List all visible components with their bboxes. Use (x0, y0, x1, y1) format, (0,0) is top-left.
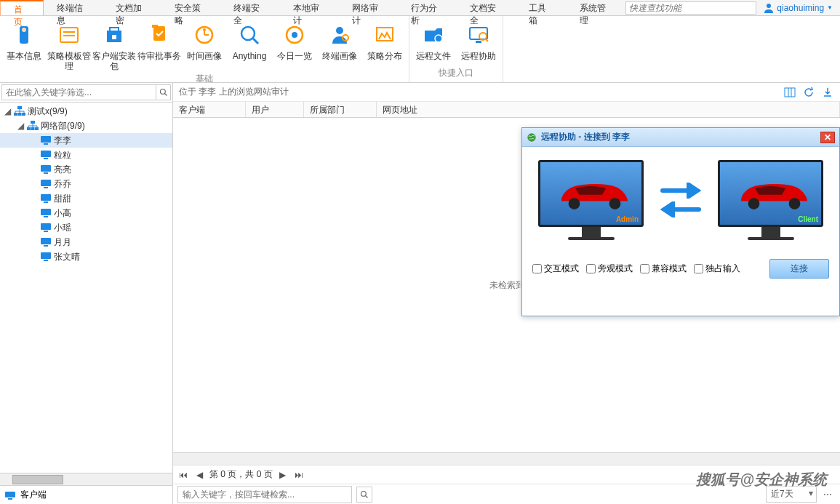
pc-icon (40, 237, 52, 247)
collapse-icon[interactable]: ◢ (16, 121, 25, 131)
mode-checkbox-3[interactable]: 独占输入 (694, 263, 740, 275)
svg-point-61 (527, 133, 535, 141)
pager-next[interactable]: ▶ (277, 469, 289, 481)
ribbon-今日一览[interactable]: 今日一览 (272, 19, 317, 71)
svg-rect-35 (35, 127, 39, 130)
svg-rect-29 (14, 113, 17, 116)
svg-rect-51 (44, 245, 48, 247)
monitor-icon (4, 491, 16, 500)
top-tab-1[interactable]: 终端信息 (44, 0, 103, 15)
tree-member[interactable]: 李李 (0, 133, 172, 148)
top-tab-10[interactable]: 系统管理 (567, 0, 625, 15)
pager-prev[interactable]: ◀ (193, 469, 205, 481)
table-header: 客户端 用户 所属部门 网页地址 (173, 102, 840, 118)
filter-search-button[interactable] (156, 84, 171, 100)
dropdown-expand[interactable]: ⋯ (820, 487, 836, 503)
svg-rect-56 (785, 88, 795, 97)
svg-point-59 (361, 491, 367, 496)
filter-input[interactable] (1, 84, 156, 100)
svg-point-2 (22, 28, 26, 32)
tree-member[interactable]: 小高 (0, 206, 172, 220)
top-tab-4[interactable]: 终端安全 (220, 0, 279, 15)
ribbon-icon (193, 23, 216, 47)
svg-rect-44 (41, 194, 51, 201)
svg-rect-37 (44, 143, 48, 145)
col-dept[interactable]: 所属部门 (304, 102, 377, 117)
tree-member[interactable]: 月月 (0, 235, 172, 249)
tree-member[interactable]: 粒粒 (0, 148, 172, 162)
mode-checkbox-0[interactable]: 交互模式 (532, 263, 579, 275)
keyword-search-button[interactable] (356, 487, 372, 503)
top-tab-2[interactable]: 文档加密 (103, 0, 161, 15)
top-tab-3[interactable]: 安全策略 (161, 0, 220, 15)
col-url[interactable]: 网页地址 (377, 102, 840, 117)
pc-icon (40, 252, 52, 262)
keyword-search-input[interactable] (177, 486, 352, 503)
mode-checkbox-2[interactable]: 兼容模式 (640, 263, 687, 275)
col-user[interactable]: 用户 (246, 102, 304, 117)
ribbon-客户端安装包[interactable]: 客户端安装包 (92, 19, 137, 71)
quick-search-input[interactable] (625, 1, 756, 15)
tree-member[interactable]: 小瑶 (0, 220, 172, 235)
pager-last[interactable]: ⏭ (293, 469, 305, 481)
tree-member[interactable]: 甜甜 (0, 191, 172, 206)
org-icon (14, 106, 25, 116)
export-button[interactable] (821, 86, 834, 99)
top-tab-8[interactable]: 文档安全 (457, 0, 516, 15)
mode-checkbox-1[interactable]: 旁观模式 (586, 263, 633, 275)
ribbon-icon (12, 23, 36, 47)
ribbon-时间画像[interactable]: 时间画像 (182, 19, 227, 71)
top-tab-5[interactable]: 本地审计 (280, 0, 339, 15)
search-icon (159, 88, 168, 97)
collapse-icon[interactable]: ◢ (3, 106, 12, 116)
top-tab-6[interactable]: 网络审计 (339, 0, 398, 15)
empty-message: 未检索到 (489, 279, 524, 292)
refresh-button[interactable] (802, 86, 815, 99)
ribbon-策略分布[interactable]: 策略分布 (362, 19, 407, 71)
breadcrumb-text: 位于 李李 上的浏览网站审计 (179, 86, 289, 98)
client-label: Client (798, 215, 818, 223)
ribbon-远程协助[interactable]: 远程协助 (456, 19, 501, 65)
tree-dept[interactable]: ◢网络部(9/9) (0, 119, 172, 133)
ribbon-终端画像[interactable]: 终端画像 (317, 19, 362, 71)
user-icon (764, 3, 774, 13)
columns-button[interactable] (783, 86, 796, 99)
ribbon-待审批事务[interactable]: 待审批事务 (137, 19, 182, 71)
svg-point-65 (789, 198, 801, 209)
tree-member[interactable]: 张文晴 (0, 249, 172, 264)
sidebar-filter (0, 83, 172, 103)
content-scrollbar[interactable] (173, 452, 840, 465)
dialog-title-text: 远程协助 - 连接到 李李 (541, 131, 630, 143)
dialog-close-button[interactable]: ✕ (820, 132, 835, 143)
tree-root[interactable]: ◢测试x(9/9) (0, 104, 172, 119)
admin-monitor: Admin (538, 160, 644, 240)
svg-rect-40 (41, 165, 51, 172)
top-tab-9[interactable]: 工具箱 (516, 0, 567, 15)
svg-point-16 (292, 32, 297, 38)
ribbon-Anything[interactable]: Anything (227, 19, 272, 71)
pc-icon (40, 193, 52, 204)
ribbon-策略模板管理[interactable]: 策略模板管理 (47, 19, 92, 71)
col-client[interactable]: 客户端 (173, 102, 246, 117)
ribbon-icon (328, 23, 351, 47)
top-tab-7[interactable]: 行为分析 (398, 0, 457, 15)
tree-member[interactable]: 亮亮 (0, 162, 172, 177)
svg-rect-55 (8, 498, 12, 500)
dialog-body: Admin Client 交互模式旁观模式兼容模式独占输入连接 (522, 147, 839, 286)
ribbon-基本信息[interactable]: 基本信息 (1, 19, 47, 71)
sidebar-scrollbar[interactable] (0, 473, 172, 485)
globe-icon (527, 132, 537, 143)
user-menu[interactable]: qiaohuiming▼ (756, 0, 840, 15)
dialog-titlebar[interactable]: 远程协助 - 连接到 李李 ✕ (522, 128, 839, 147)
top-tab-0[interactable]: 首页 (0, 0, 44, 15)
date-range-dropdown[interactable]: 近7天 (766, 486, 817, 503)
svg-rect-46 (41, 209, 51, 215)
sidebar-footer-tab[interactable]: 客户端 (0, 485, 172, 504)
connect-button[interactable]: 连接 (769, 259, 829, 279)
ribbon-远程文件[interactable]: 远程文件 (411, 19, 456, 65)
search-icon (360, 490, 369, 499)
svg-point-17 (336, 27, 343, 34)
pager-first[interactable]: ⏮ (177, 469, 189, 481)
tree-member[interactable]: 乔乔 (0, 177, 172, 191)
ribbon-icon (467, 23, 490, 47)
